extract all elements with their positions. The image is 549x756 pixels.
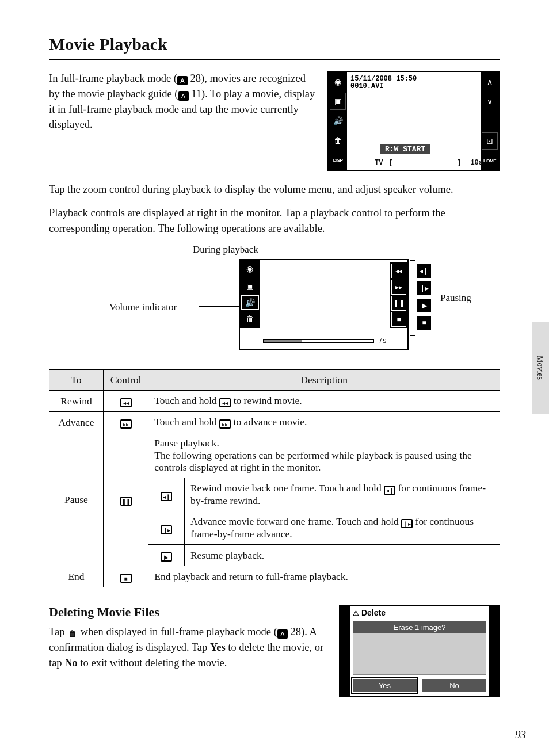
ref-num: 28	[291, 626, 302, 637]
camera-icon: ◉	[329, 72, 347, 91]
progress-bracket: [ ]	[388, 159, 464, 167]
playback-mode-icon: ▣	[330, 93, 346, 110]
table-row-pause-intro: Pause ❚❚ Pause playback. The following o…	[49, 433, 500, 478]
rewind-button: ◂◂	[391, 264, 406, 278]
stop-button: ■	[391, 312, 406, 327]
text: In full-frame playback mode (	[49, 72, 177, 84]
trash-icon: 🗑	[329, 131, 347, 150]
down-arrow-icon: ∨	[481, 91, 499, 111]
text: to exit without deleting the movie.	[78, 657, 227, 669]
to-cell: Advance	[49, 412, 104, 433]
left-toolbar: ◉ ▣ 🔊 🗑 DISP	[329, 72, 347, 170]
col-control: Control	[103, 370, 148, 391]
no-button: No	[422, 679, 486, 692]
dialog-question: Erase 1 image?	[353, 621, 486, 633]
dialog-right-bar	[489, 606, 499, 696]
yes-button: Yes	[353, 679, 417, 692]
play-icon: ▶	[161, 552, 172, 562]
reference-icon: A	[178, 91, 189, 101]
pausing-label: Pausing	[440, 292, 471, 304]
desc-cell: Advance movie forward one frame. Touch a…	[184, 511, 500, 545]
manual-page: Movie Playback In full-frame playback mo…	[0, 0, 549, 756]
sub-control-cell: ▶	[148, 545, 185, 566]
crop-icon: ⊡	[482, 132, 498, 150]
left-toolbar: ◉ ▣ 🔊 🗑	[240, 260, 260, 328]
advance-icon: ▸▸	[219, 419, 231, 429]
frame-rewind-icon: ◂❙	[384, 486, 395, 495]
stop-button: ■	[417, 315, 432, 330]
col-description: Description	[148, 370, 500, 391]
spacer	[481, 111, 499, 131]
deleting-text: Deleting Movie Files Tap 🗑 when displaye…	[49, 605, 325, 697]
controls-paragraph: Playback controls are displayed at right…	[49, 205, 500, 236]
page-number: 93	[515, 728, 526, 741]
playback-active-screen: ◉ ▣ 🔊 🗑 ◂◂ ▸▸ ❚❚ ■ ◂❙ ❙▸ ▶ ■ 7s	[239, 259, 409, 350]
desc-cell: Resume playback.	[184, 545, 500, 566]
text: Tap	[49, 626, 67, 637]
playback-controls-column: ◂◂ ▸▸ ❚❚ ■	[390, 262, 407, 328]
page-title: Movie Playback	[49, 35, 500, 60]
text: Touch and hold	[154, 416, 219, 427]
trash-icon: 🗑	[240, 311, 260, 328]
col-to: To	[49, 370, 104, 391]
ref-num: 11	[191, 88, 201, 100]
diagram-title: During playback	[193, 244, 258, 255]
trash-icon: 🗑	[67, 629, 78, 639]
sub-control-cell: ❙▸	[148, 511, 185, 545]
up-arrow-icon: ∧	[481, 72, 499, 91]
sub-control-cell: ◂❙	[148, 478, 185, 511]
dialog-body: Erase 1 image?	[353, 621, 486, 675]
advance-icon: ▸▸	[120, 419, 132, 429]
intro-text: In full-frame playback mode (A 28), movi…	[49, 71, 316, 171]
table-row-rewind: Rewind ◂◂ Touch and hold ◂◂ to rewind mo…	[49, 391, 500, 412]
camera-icon: ◉	[240, 260, 260, 277]
dialog-buttons: Yes No	[353, 679, 486, 692]
section-tab-label: Movies	[535, 356, 544, 380]
text: when displayed in full-frame playback mo…	[78, 626, 277, 637]
deleting-paragraph: Tap 🗑 when displayed in full-frame playb…	[49, 624, 325, 670]
playback-icon: ▣	[240, 277, 260, 295]
desc-cell: Touch and hold ◂◂ to rewind movie.	[148, 391, 500, 412]
advance-button: ▸▸	[391, 280, 406, 295]
start-label: R:W START	[380, 144, 430, 154]
intro-row: In full-frame playback mode (A 28), movi…	[49, 71, 500, 171]
filename: 0010.AVI	[350, 83, 417, 90]
pause-button: ❚❚	[391, 296, 406, 311]
desc-cell: End playback and return to full-frame pl…	[148, 566, 500, 587]
ref-num: 28	[190, 72, 201, 84]
dialog-left-bar	[340, 606, 350, 696]
text: to advance movie.	[231, 416, 307, 427]
text: Rewind movie back one frame. Touch and h…	[190, 482, 384, 494]
playback-screen-illustration: ◉ ▣ 🔊 🗑 DISP ∧ ∨ ⊡ HOME 15/11/2008 15:50…	[327, 71, 500, 171]
right-toolbar: ∧ ∨ ⊡ HOME	[481, 72, 499, 170]
desc-cell: Rewind movie back one frame. Touch and h…	[184, 478, 500, 511]
volume-indicator-label: Volume indicator	[109, 301, 177, 313]
volume-paragraph: Tap the zoom control during playback to …	[49, 182, 500, 197]
home-icon: HOME	[481, 151, 499, 170]
no-bold: No	[64, 657, 78, 669]
disp-button: DISP	[329, 150, 347, 170]
tv-icon: TV	[375, 159, 383, 167]
volume-icon: 🔊	[329, 111, 347, 131]
to-cell: Pause	[49, 433, 104, 566]
text: to rewind movie.	[231, 395, 302, 406]
control-cell: ▸▸	[103, 412, 148, 433]
reference-icon: A	[277, 629, 288, 639]
delete-dialog-illustration: Delete Erase 1 image? Yes No	[339, 605, 500, 697]
intro-paragraph: In full-frame playback mode (A 28), movi…	[49, 71, 316, 132]
frame-rewind-icon: ◂❙	[161, 492, 172, 501]
controls-table: To Control Description Rewind ◂◂ Touch a…	[49, 369, 500, 587]
to-cell: End	[49, 566, 104, 587]
desc-cell: Touch and hold ▸▸ to advance movie.	[148, 412, 500, 433]
yes-bold: Yes	[210, 642, 226, 653]
resume-button: ▶	[417, 298, 432, 313]
deleting-heading: Deleting Movie Files	[49, 605, 325, 620]
table-row-advance: Advance ▸▸ Touch and hold ▸▸ to advance …	[49, 412, 500, 433]
control-cell: ◂◂	[103, 391, 148, 412]
control-cell: ❚❚	[103, 433, 148, 566]
volume-icon-highlighted: 🔊	[241, 295, 259, 310]
file-info: 15/11/2008 15:50 0010.AVI	[350, 75, 417, 90]
rewind-icon: ◂◂	[219, 398, 231, 407]
frame-advance-button: ❙▸	[417, 281, 432, 296]
bracket-line	[410, 260, 415, 336]
